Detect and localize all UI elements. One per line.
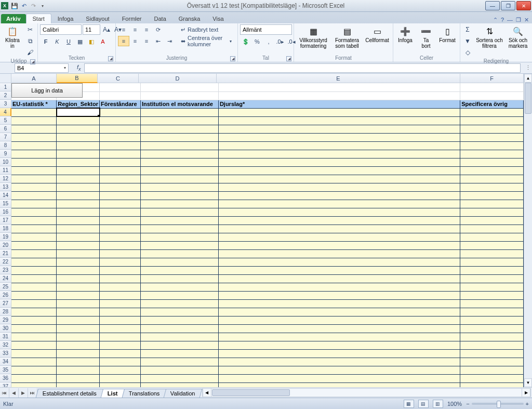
cell[interactable] — [11, 175, 57, 183]
cell[interactable] — [100, 91, 141, 100]
sheet-tab[interactable]: Validation — [164, 389, 202, 398]
cell[interactable] — [57, 216, 100, 225]
cell[interactable] — [460, 374, 524, 382]
row-header[interactable]: 23 — [0, 266, 11, 274]
cell[interactable] — [100, 133, 141, 141]
col-header-A[interactable]: A — [11, 74, 57, 83]
row-header[interactable]: 18 — [0, 225, 11, 233]
qat-dropdown-icon[interactable]: ▾ — [39, 2, 46, 9]
cell[interactable] — [100, 324, 141, 333]
percent-icon[interactable]: % — [251, 36, 263, 47]
cell[interactable] — [57, 200, 100, 208]
cell[interactable] — [140, 158, 218, 166]
cell[interactable] — [140, 374, 218, 382]
doc-minimize-icon[interactable]: — — [507, 17, 513, 23]
row-header[interactable]: 10 — [0, 158, 11, 166]
cell[interactable] — [218, 116, 460, 125]
cell[interactable] — [140, 333, 218, 341]
cell[interactable] — [100, 266, 141, 274]
cell[interactable] — [218, 191, 460, 200]
cell[interactable] — [11, 116, 57, 125]
increase-font-icon[interactable]: A▴ — [101, 24, 112, 35]
cell[interactable] — [218, 366, 460, 374]
cell[interactable] — [460, 108, 524, 116]
font-launcher-icon[interactable]: ◢ — [108, 56, 113, 61]
cell[interactable] — [460, 191, 524, 200]
bold-button[interactable]: F — [40, 36, 51, 47]
row-header[interactable]: 35 — [0, 366, 11, 374]
scroll-thumb-v[interactable] — [525, 83, 531, 114]
cell[interactable] — [140, 291, 218, 299]
cell[interactable] — [218, 258, 460, 266]
ribbon-minimize-icon[interactable]: ⌃ — [493, 17, 498, 23]
cell[interactable] — [11, 341, 57, 349]
cell[interactable] — [100, 291, 141, 299]
select-all-corner[interactable] — [0, 74, 11, 83]
cell[interactable] — [460, 316, 524, 324]
cell[interactable] — [460, 91, 524, 100]
row-header[interactable]: 8 — [0, 141, 11, 150]
cell[interactable] — [57, 249, 100, 258]
cell[interactable] — [100, 141, 141, 150]
cell[interactable] — [11, 208, 57, 216]
cell[interactable] — [140, 166, 218, 175]
row-header[interactable]: 32 — [0, 341, 11, 349]
cell[interactable] — [218, 150, 460, 158]
tab-formler[interactable]: Formler — [116, 14, 148, 23]
col-header-C[interactable]: C — [98, 74, 139, 83]
cell[interactable] — [460, 158, 524, 166]
cell-styles-button[interactable]: ▭Cellformat — [364, 24, 391, 43]
cell[interactable] — [218, 216, 460, 225]
cell[interactable] — [57, 108, 100, 116]
cell[interactable] — [460, 358, 524, 366]
cell[interactable] — [460, 258, 524, 266]
cell[interactable] — [140, 299, 218, 308]
zoom-in-icon[interactable]: + — [526, 401, 529, 407]
cell[interactable] — [218, 183, 460, 191]
tab-visa[interactable]: Visa — [206, 14, 230, 23]
cell[interactable] — [57, 233, 100, 241]
cell[interactable] — [57, 349, 100, 358]
close-button[interactable]: ✕ — [516, 1, 531, 10]
merge-center-button[interactable]: ⬌Centrera över kolumner▾ — [177, 36, 235, 46]
tab-infoga[interactable]: Infoga — [51, 14, 80, 23]
col-header-D[interactable]: D — [139, 74, 217, 83]
cell[interactable] — [57, 341, 100, 349]
cell[interactable] — [57, 324, 100, 333]
namebox-dropdown-icon[interactable]: ▾ — [64, 65, 66, 70]
cell[interactable] — [11, 233, 57, 241]
cell[interactable] — [11, 324, 57, 333]
cell[interactable] — [11, 216, 57, 225]
cell[interactable] — [100, 283, 141, 291]
cell[interactable] — [140, 125, 218, 133]
cell[interactable] — [11, 291, 57, 299]
row-header[interactable]: 6 — [0, 125, 11, 133]
cell[interactable] — [100, 358, 141, 366]
row-header[interactable]: 20 — [0, 241, 11, 249]
cell[interactable]: EU-statistik * — [11, 100, 57, 108]
row-header[interactable]: 19 — [0, 233, 11, 241]
cell[interactable] — [11, 358, 57, 366]
cell[interactable] — [218, 382, 460, 387]
cell[interactable] — [57, 225, 100, 233]
clear-icon[interactable]: ◇ — [462, 47, 473, 58]
cell[interactable] — [11, 108, 57, 116]
cell[interactable]: Specificera övrig — [460, 100, 524, 108]
cell[interactable] — [460, 366, 524, 374]
cell[interactable] — [11, 183, 57, 191]
cell[interactable] — [57, 382, 100, 387]
row-header[interactable]: 33 — [0, 349, 11, 358]
row-header[interactable]: 34 — [0, 358, 11, 366]
row-header[interactable]: 17 — [0, 216, 11, 225]
row-header[interactable]: 1 — [0, 83, 11, 91]
cell[interactable] — [218, 91, 460, 100]
row-header[interactable]: 26 — [0, 291, 11, 299]
cell[interactable] — [218, 133, 460, 141]
cell[interactable] — [11, 241, 57, 249]
alignment-launcher-icon[interactable]: ◢ — [230, 56, 235, 61]
format-as-table-button[interactable]: ▤Formatera som tabell — [332, 24, 362, 49]
cell[interactable] — [460, 200, 524, 208]
cell[interactable] — [100, 158, 141, 166]
cell[interactable] — [100, 316, 141, 324]
cell[interactable] — [57, 258, 100, 266]
